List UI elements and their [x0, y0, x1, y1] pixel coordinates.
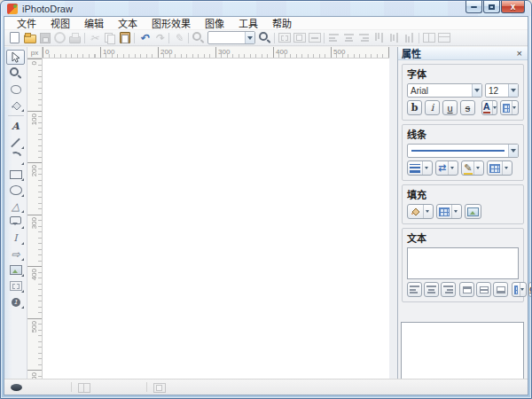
zoom-level-combo[interactable] [207, 31, 255, 44]
line-style-combo[interactable] [407, 144, 519, 158]
chevron-down-icon[interactable] [451, 205, 459, 218]
chevron-down-icon[interactable] [245, 32, 254, 43]
close-button[interactable]: x [501, 1, 525, 13]
text-align-center-button[interactable] [424, 282, 439, 297]
zoom-button[interactable] [257, 31, 272, 45]
text-valign-bottom-button[interactable] [493, 282, 508, 297]
round-icon [53, 31, 66, 44]
font-family-combo[interactable]: Arial [407, 83, 482, 98]
panel-close-icon[interactable]: × [515, 49, 524, 59]
num-icon [9, 295, 22, 309]
h-ruler-label: 100 [100, 47, 114, 58]
tool-image-button[interactable] [6, 262, 25, 278]
redo-icon [153, 31, 166, 44]
line-color-button[interactable]: ✎ [461, 160, 484, 176]
tool-line-button[interactable] [6, 135, 25, 150]
special-char-button[interactable]: Ω [528, 282, 532, 297]
strikethrough-button[interactable]: s [460, 100, 475, 115]
line-effects-button[interactable] [487, 160, 512, 176]
fill-picture-button[interactable] [465, 204, 481, 219]
client-area: 文件视图编辑文本图形效果图像工具帮助 px 010020030040050060… [4, 16, 528, 395]
tri3-icon [9, 200, 22, 213]
text-align-left-button[interactable] [407, 282, 422, 297]
tool-triangle-button[interactable] [6, 199, 25, 214]
menu-item-帮助[interactable]: 帮助 [265, 16, 299, 30]
menu-item-工具[interactable]: 工具 [231, 16, 265, 30]
chevron-down-icon[interactable] [502, 161, 510, 175]
alT-icon [372, 31, 386, 44]
v-ruler-label: 0 [27, 59, 42, 78]
preview-box [401, 322, 524, 380]
tool-number-badge-button[interactable] [6, 294, 25, 309]
chevron-down-icon[interactable] [508, 84, 518, 97]
chevron-down-icon[interactable] [492, 101, 497, 114]
maximize-button[interactable] [483, 1, 500, 13]
chevron-down-icon[interactable] [448, 161, 456, 175]
tool-rectangle-button[interactable] [6, 167, 25, 182]
arrow-ends-button[interactable]: ⇄ [435, 160, 458, 176]
chevron-down-icon[interactable] [512, 101, 516, 114]
tool-lasso-button[interactable] [6, 82, 25, 97]
panel-splitter[interactable] [389, 47, 397, 379]
properties-panel: 属性 × 字体 Arial 12 [397, 47, 528, 379]
menu-item-文件[interactable]: 文件 [10, 16, 43, 30]
font-effects-button[interactable] [500, 100, 519, 115]
font-size-combo[interactable]: 12 [485, 83, 519, 98]
fill-color-button[interactable] [407, 204, 434, 219]
align-top-button [372, 31, 387, 45]
lasso-icon [9, 82, 22, 96]
chevron-down-icon[interactable] [472, 84, 481, 97]
chevron-down-icon[interactable] [508, 145, 518, 157]
text-input[interactable] [407, 247, 519, 279]
italic-button[interactable]: i [425, 100, 440, 115]
document-canvas[interactable] [43, 59, 389, 381]
menu-item-图像[interactable]: 图像 [198, 16, 231, 30]
paste-button[interactable] [117, 31, 132, 45]
toolbar-separator [274, 33, 275, 43]
line-width-button[interactable] [407, 160, 433, 176]
status-eye-icon[interactable] [11, 384, 22, 391]
menu-item-文本[interactable]: 文本 [111, 16, 145, 30]
minimize-button[interactable] [466, 1, 482, 13]
cut-icon [88, 31, 101, 44]
align-middle-button [387, 31, 402, 45]
tool-curve-button[interactable] [6, 151, 25, 166]
font-group: 字体 Arial 12 b i u [402, 64, 524, 121]
menu-item-图形效果[interactable]: 图形效果 [145, 16, 198, 30]
text-align-right-button[interactable] [441, 282, 456, 297]
title-bar[interactable]: iPhotoDraw x [1, 1, 531, 16]
chevron-down-icon[interactable] [422, 161, 430, 175]
align-right-icon [443, 283, 453, 296]
h-ruler: 0100200300400500600 [43, 47, 389, 59]
export-button [52, 31, 67, 45]
tool-callout-button[interactable] [6, 215, 25, 230]
open-button[interactable] [22, 31, 37, 45]
tool-text-button[interactable] [6, 119, 25, 134]
chevron-down-icon[interactable] [473, 161, 481, 175]
tool-arrow-shape-button[interactable] [6, 246, 25, 262]
tool-dimension-button[interactable] [6, 231, 25, 246]
chevron-down-icon[interactable] [423, 205, 431, 218]
underline-button[interactable]: u [442, 100, 458, 115]
new-button[interactable] [7, 31, 22, 45]
text-valign-middle-button[interactable] [476, 282, 491, 297]
tool-fill-bucket-button[interactable] [6, 98, 25, 113]
text-effects-button[interactable] [512, 282, 527, 297]
tool-ellipse-button[interactable] [6, 183, 25, 198]
font-color-button[interactable]: A [481, 100, 497, 115]
tool-zoom-button[interactable] [6, 66, 25, 81]
chevron-down-icon[interactable] [520, 283, 524, 296]
fill-icon [9, 98, 22, 112]
tool-stamp-button[interactable] [6, 278, 25, 293]
undo-button[interactable] [137, 31, 152, 45]
fill-group-label: 填充 [407, 187, 519, 201]
close-icon: x [511, 3, 516, 12]
v-ruler-label: 200 [27, 162, 42, 182]
bold-button[interactable]: b [407, 100, 422, 115]
tool-select-button[interactable] [6, 50, 25, 65]
fill-effects-button[interactable] [436, 204, 462, 219]
text-valign-top-button[interactable] [459, 282, 474, 297]
v-ruler-label: 300 [27, 215, 42, 234]
menu-item-视图[interactable]: 视图 [43, 16, 77, 30]
menu-item-编辑[interactable]: 编辑 [77, 16, 111, 30]
